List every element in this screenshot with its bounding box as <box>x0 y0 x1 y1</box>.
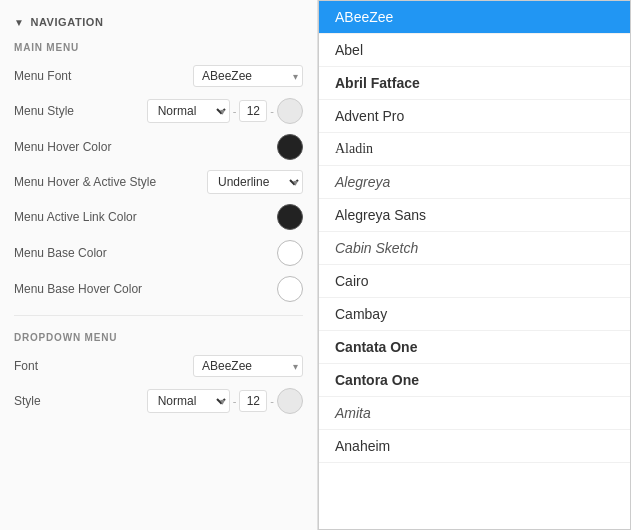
menu-style-label: Menu Style <box>14 104 147 118</box>
nav-collapse-arrow[interactable]: ▼ <box>14 17 24 28</box>
menu-base-color-swatch[interactable] <box>277 240 303 266</box>
menu-style-select[interactable]: Normal <box>147 99 230 123</box>
navigation-label: NAVIGATION <box>30 16 103 28</box>
font-list-item[interactable]: Abril Fatface <box>319 67 630 100</box>
dropdown-font-select-wrapper[interactable]: ABeeZee <box>193 355 303 377</box>
font-dropdown-panel: ABeeZeeAbelAbril FatfaceAdvent ProAladin… <box>318 0 631 530</box>
style-size-dash2: - <box>270 105 274 117</box>
dropdown-style-select-wrapper[interactable]: Normal <box>147 389 230 413</box>
menu-style-control: Normal - 12 - <box>147 98 303 124</box>
font-list-item[interactable]: ABeeZee <box>319 1 630 34</box>
menu-hover-color-row: Menu Hover Color <box>0 129 317 165</box>
menu-active-link-color-label: Menu Active Link Color <box>14 210 277 224</box>
font-list-item[interactable]: Cabin Sketch <box>319 232 630 265</box>
font-list-item[interactable]: Advent Pro <box>319 100 630 133</box>
menu-base-color-label: Menu Base Color <box>14 246 277 260</box>
menu-active-link-color-control <box>277 204 303 230</box>
menu-style-size: 12 <box>239 100 267 122</box>
menu-font-control: ABeeZee <box>193 65 303 87</box>
hover-active-style-select[interactable]: Underline <box>207 170 303 194</box>
dropdown-style-color[interactable] <box>277 388 303 414</box>
dropdown-style-control: Normal - 12 - <box>147 388 303 414</box>
dropdown-font-control: ABeeZee <box>193 355 303 377</box>
menu-hover-color-swatch[interactable] <box>277 134 303 160</box>
dropdown-font-label: Font <box>14 359 193 373</box>
menu-base-hover-color-row: Menu Base Hover Color <box>0 271 317 307</box>
font-list-item[interactable]: Amita <box>319 397 630 430</box>
left-panel: ▼ NAVIGATION MAIN MENU Menu Font ABeeZee… <box>0 0 318 530</box>
menu-base-hover-color-swatch[interactable] <box>277 276 303 302</box>
menu-style-row: Menu Style Normal - 12 - <box>0 93 317 129</box>
menu-font-select[interactable]: ABeeZee <box>193 65 303 87</box>
font-list-item[interactable]: Alegreya <box>319 166 630 199</box>
menu-hover-active-style-label: Menu Hover & Active Style <box>14 175 207 189</box>
navigation-section-header[interactable]: ▼ NAVIGATION <box>0 10 317 34</box>
font-list-item[interactable]: Abel <box>319 34 630 67</box>
menu-style-select-wrapper[interactable]: Normal <box>147 99 230 123</box>
dropdown-font-select[interactable]: ABeeZee <box>193 355 303 377</box>
dropdown-font-row: Font ABeeZee <box>0 349 317 383</box>
menu-font-label: Menu Font <box>14 69 193 83</box>
menu-base-hover-color-label: Menu Base Hover Color <box>14 282 277 296</box>
divider <box>14 315 303 316</box>
dropdown-style-label: Style <box>14 394 147 408</box>
dropdown-style-select[interactable]: Normal <box>147 389 230 413</box>
dropdown-menu-title: DROPDOWN MENU <box>0 324 317 349</box>
menu-base-color-control <box>277 240 303 266</box>
font-list-item[interactable]: Cantata One <box>319 331 630 364</box>
main-menu-title: MAIN MENU <box>0 34 317 59</box>
menu-base-color-row: Menu Base Color <box>0 235 317 271</box>
dropdown-size-dash2: - <box>270 395 274 407</box>
menu-hover-active-control: Underline <box>207 170 303 194</box>
menu-style-color[interactable] <box>277 98 303 124</box>
font-list-item[interactable]: Cantora One <box>319 364 630 397</box>
dropdown-style-size: 12 <box>239 390 267 412</box>
menu-font-select-wrapper[interactable]: ABeeZee <box>193 65 303 87</box>
menu-font-row: Menu Font ABeeZee <box>0 59 317 93</box>
font-list-item[interactable]: Cambay <box>319 298 630 331</box>
font-list-item[interactable]: Anaheim <box>319 430 630 463</box>
hover-active-select-wrapper[interactable]: Underline <box>207 170 303 194</box>
menu-base-hover-color-control <box>277 276 303 302</box>
menu-hover-color-label: Menu Hover Color <box>14 140 277 154</box>
font-list-item[interactable]: Aladin <box>319 133 630 166</box>
menu-active-link-color-row: Menu Active Link Color <box>0 199 317 235</box>
dropdown-size-dash: - <box>233 395 237 407</box>
menu-hover-color-control <box>277 134 303 160</box>
font-list-item[interactable]: Cairo <box>319 265 630 298</box>
font-list-item[interactable]: Alegreya Sans <box>319 199 630 232</box>
menu-hover-active-style-row: Menu Hover & Active Style Underline <box>0 165 317 199</box>
dropdown-style-row: Style Normal - 12 - <box>0 383 317 419</box>
menu-active-link-color-swatch[interactable] <box>277 204 303 230</box>
style-size-dash: - <box>233 105 237 117</box>
